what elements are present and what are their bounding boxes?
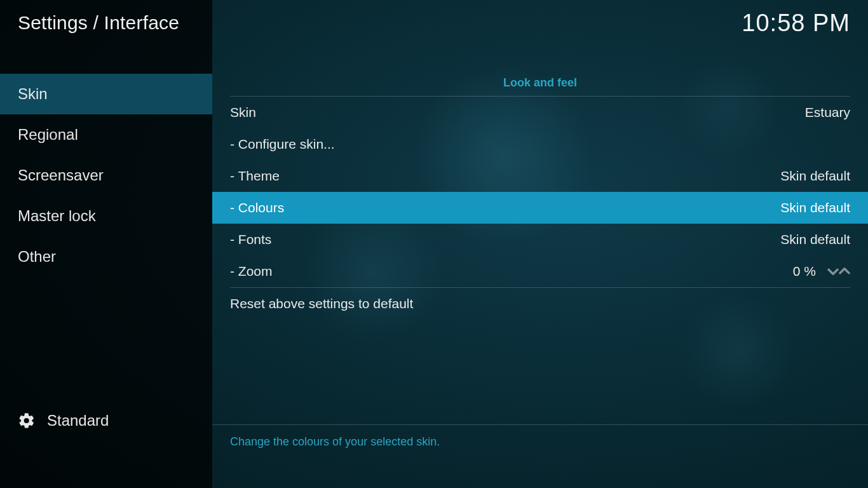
sidebar-item-label: Other bbox=[18, 248, 56, 266]
setting-value: Skin default bbox=[780, 232, 850, 247]
chevron-down-icon[interactable] bbox=[827, 267, 839, 276]
section-header: Look and feel bbox=[230, 74, 850, 97]
sidebar-item-screensaver[interactable]: Screensaver bbox=[0, 155, 212, 196]
setting-label: - Configure skin... bbox=[230, 137, 335, 152]
sidebar-item-label: Regional bbox=[18, 126, 78, 144]
breadcrumb: Settings / Interface bbox=[18, 12, 179, 34]
setting-value: Estuary bbox=[805, 105, 850, 120]
chevron-up-icon[interactable] bbox=[839, 267, 850, 276]
sidebar-item-label: Master lock bbox=[18, 207, 96, 225]
sidebar-item-regional[interactable]: Regional bbox=[0, 114, 212, 155]
setting-label: Reset above settings to default bbox=[230, 296, 413, 311]
setting-value: Skin default bbox=[780, 168, 850, 184]
gear-icon bbox=[18, 412, 36, 430]
setting-label: - Theme bbox=[230, 168, 280, 184]
setting-label: - Zoom bbox=[230, 264, 273, 279]
sidebar-item-label: Skin bbox=[18, 85, 48, 103]
setting-reset-defaults[interactable]: Reset above settings to default bbox=[212, 288, 868, 320]
setting-colours[interactable]: - Colours Skin default bbox=[212, 192, 868, 224]
setting-value: 0 % bbox=[793, 264, 816, 279]
setting-label: Skin bbox=[230, 105, 256, 120]
setting-value: Skin default bbox=[780, 200, 850, 215]
setting-fonts[interactable]: - Fonts Skin default bbox=[212, 224, 868, 255]
spinner-control[interactable] bbox=[827, 267, 850, 276]
header: Settings / Interface 10:58 PM bbox=[0, 0, 868, 46]
settings-level-button[interactable]: Standard bbox=[0, 400, 212, 441]
settings-interface-screen: Skin Regional Screensaver Master lock Ot… bbox=[0, 0, 868, 488]
sidebar-item-other[interactable]: Other bbox=[0, 236, 212, 277]
sidebar-item-label: Screensaver bbox=[18, 166, 104, 184]
settings-level-label: Standard bbox=[47, 412, 109, 430]
sidebar: Skin Regional Screensaver Master lock Ot… bbox=[0, 0, 212, 488]
setting-zoom[interactable]: - Zoom 0 % bbox=[212, 255, 868, 287]
sidebar-item-skin[interactable]: Skin bbox=[0, 74, 212, 114]
setting-label: - Colours bbox=[230, 200, 284, 215]
help-bar: Change the colours of your selected skin… bbox=[212, 424, 868, 459]
clock: 10:58 PM bbox=[742, 10, 850, 37]
setting-theme[interactable]: - Theme Skin default bbox=[212, 160, 868, 192]
help-text: Change the colours of your selected skin… bbox=[230, 435, 440, 449]
sidebar-item-master-lock[interactable]: Master lock bbox=[0, 196, 212, 236]
setting-label: - Fonts bbox=[230, 232, 271, 247]
setting-skin[interactable]: Skin Estuary bbox=[212, 97, 868, 128]
setting-configure-skin[interactable]: - Configure skin... bbox=[212, 128, 868, 160]
